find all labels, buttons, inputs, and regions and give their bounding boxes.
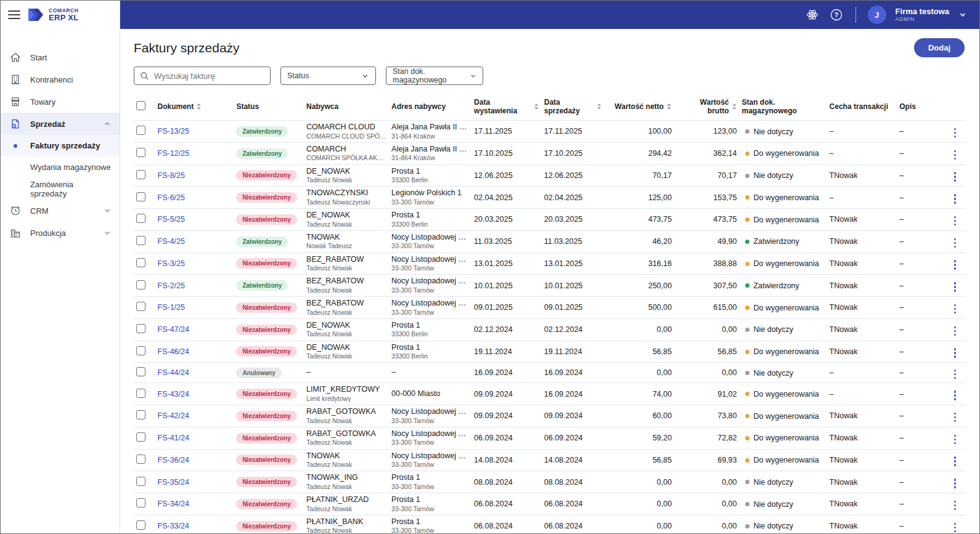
apps-orbit-icon[interactable] — [805, 7, 820, 22]
document-link[interactable]: FS-3/25 — [158, 259, 185, 268]
net-value-cell: 125,00 — [604, 187, 674, 209]
row-menu-button[interactable] — [950, 411, 960, 424]
row-checkbox[interactable] — [136, 236, 145, 245]
sidebar-item-faktury-sprzedazy[interactable]: Faktury sprzedaży — [1, 135, 120, 156]
sidebar-item-wydania-magazynowe[interactable]: Wydania magazynowe — [1, 156, 120, 178]
sidebar-item-start[interactable]: Start — [1, 46, 120, 68]
column-header[interactable]: Wartość netto — [604, 94, 674, 121]
sidebar-item-towary[interactable]: Towary — [1, 91, 120, 113]
row-menu-button[interactable] — [950, 192, 960, 206]
row-menu-button[interactable] — [950, 237, 960, 250]
column-header: Stan dok. magazynowego — [739, 94, 827, 121]
sidebar-item-sprzedaz[interactable]: Sprzedaż — [1, 113, 120, 135]
document-link[interactable]: FS-47/24 — [158, 325, 189, 334]
row-checkbox[interactable] — [136, 346, 145, 355]
status-filter-select[interactable]: Status — [280, 67, 376, 85]
buyer-subname: Tadeusz Nowak — [306, 330, 386, 338]
row-checkbox[interactable] — [136, 214, 145, 223]
row-menu-button[interactable] — [950, 148, 960, 162]
help-icon[interactable]: ? — [829, 7, 844, 22]
row-menu-button[interactable] — [950, 433, 960, 447]
sidebar-item-kontrahenci[interactable]: Kontrahenci — [1, 68, 120, 91]
document-link[interactable]: FS-13/25 — [158, 127, 189, 136]
description-cell: – — [897, 275, 941, 297]
sidebar-item-produkcja[interactable]: Produkcja — [1, 222, 120, 244]
row-checkbox[interactable] — [136, 280, 145, 289]
user-menu-chevron-icon[interactable] — [958, 10, 967, 19]
column-header[interactable]: Wartość brutto — [674, 94, 740, 121]
row-checkbox[interactable] — [136, 367, 145, 376]
row-checkbox[interactable] — [136, 455, 145, 464]
sale-date-cell: 20.03.2025 — [542, 209, 605, 231]
row-checkbox[interactable] — [136, 520, 145, 530]
document-cell: FS-4/25 — [155, 230, 234, 253]
sale-date-cell: 09.01.2025 — [542, 297, 605, 319]
row-menu-button[interactable] — [950, 170, 960, 184]
document-link[interactable]: FS-34/24 — [158, 500, 189, 508]
row-checkbox[interactable] — [136, 126, 145, 135]
document-link[interactable]: FS-42/24 — [158, 411, 189, 420]
status-badge: Niezatwierdzony — [236, 521, 296, 532]
row-checkbox[interactable] — [136, 258, 145, 267]
document-link[interactable]: FS-5/25 — [158, 215, 185, 224]
row-checkbox[interactable] — [136, 148, 145, 157]
address-subline: 33300 Berlin — [391, 330, 469, 338]
row-menu-button[interactable] — [950, 325, 960, 338]
row-menu-button[interactable] — [950, 455, 960, 468]
row-menu-button[interactable] — [950, 302, 960, 316]
row-checkbox[interactable] — [136, 170, 145, 179]
avatar[interactable]: J — [868, 6, 886, 24]
warehouse-state-cell: Nie dotyczy — [739, 363, 827, 383]
document-link[interactable]: FS-6/25 — [158, 193, 185, 202]
column-header-label: Cecha transakcji — [830, 102, 888, 111]
column-header[interactable]: Data wystawienia — [472, 94, 542, 121]
search-input[interactable] — [154, 71, 264, 81]
net-value-cell: 316,16 — [604, 253, 674, 275]
document-link[interactable]: FS-43/24 — [158, 390, 189, 398]
row-checkbox[interactable] — [136, 389, 145, 398]
document-link[interactable]: FS-36/24 — [158, 456, 189, 464]
row-menu-button[interactable] — [950, 280, 960, 294]
row-checkbox[interactable] — [136, 324, 145, 333]
row-menu-button[interactable] — [950, 521, 960, 533]
warehouse-state-filter-select[interactable]: Stan dok. magazynowego — [386, 67, 483, 85]
row-checkbox[interactable] — [136, 302, 145, 311]
row-menu-button[interactable] — [950, 477, 960, 490]
document-link[interactable]: FS-41/24 — [158, 434, 189, 442]
row-menu-button[interactable] — [950, 389, 960, 402]
document-link[interactable]: FS-2/25 — [158, 281, 185, 290]
row-menu-button[interactable] — [950, 258, 960, 272]
document-link[interactable]: FS-8/25 — [158, 171, 185, 180]
row-checkbox[interactable] — [136, 432, 145, 442]
search-field[interactable] — [134, 67, 271, 85]
row-checkbox[interactable] — [136, 410, 145, 419]
column-header[interactable]: Data sprzedaży — [542, 94, 605, 121]
row-menu-button[interactable] — [950, 368, 960, 381]
row-menu-button[interactable] — [950, 126, 960, 140]
sidebar-item-zamowienia-sprzedazy[interactable]: Zamówienia sprzedaży — [1, 178, 120, 200]
row-checkbox[interactable] — [136, 498, 145, 508]
row-menu-button[interactable] — [950, 499, 960, 512]
column-header[interactable]: Dokument — [155, 94, 234, 121]
hamburger-menu-icon[interactable] — [8, 10, 20, 19]
document-cell: FS-41/24 — [155, 427, 234, 449]
row-checkbox[interactable] — [136, 192, 145, 201]
net-value-cell: 56,85 — [604, 449, 674, 471]
document-link[interactable]: FS-35/24 — [158, 478, 189, 487]
transaction-feature-cell: TNowak — [827, 318, 897, 341]
row-menu-button[interactable] — [950, 346, 960, 360]
document-link[interactable]: FS-1/25 — [158, 303, 185, 312]
row-menu-button[interactable] — [950, 214, 960, 228]
buyer-name: – — [306, 368, 386, 378]
select-all-checkbox[interactable] — [136, 101, 145, 110]
document-link[interactable]: FS-4/25 — [158, 237, 185, 246]
add-invoice-button[interactable]: Dodaj — [914, 38, 965, 57]
document-link[interactable]: FS-33/24 — [158, 522, 189, 530]
svg-text:?: ? — [834, 11, 838, 18]
address-subline: 33300 Berlin — [391, 352, 469, 360]
document-link[interactable]: FS-44/24 — [158, 368, 189, 377]
sidebar-item-crm[interactable]: CRM — [1, 200, 120, 222]
document-link[interactable]: FS-12/25 — [158, 149, 189, 158]
document-link[interactable]: FS-46/24 — [158, 347, 189, 356]
row-checkbox[interactable] — [136, 477, 145, 486]
